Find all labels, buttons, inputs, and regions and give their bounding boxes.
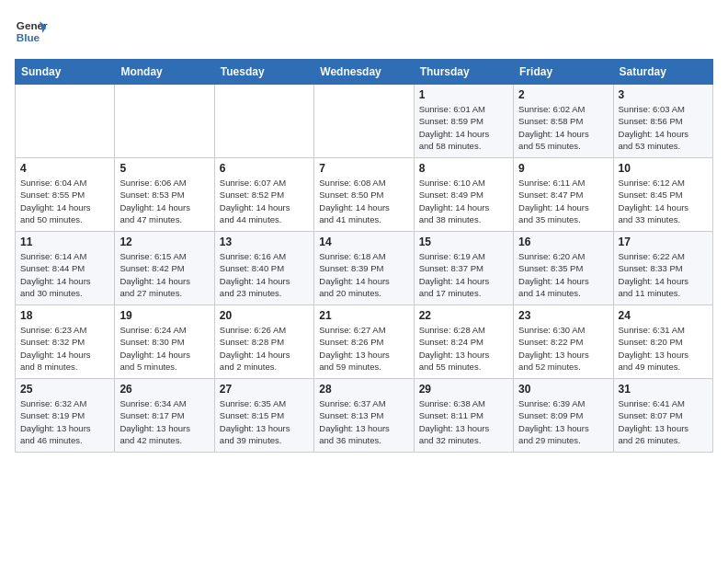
- day-number: 5: [119, 162, 209, 175]
- day-info: Sunrise: 6:20 AM Sunset: 8:35 PM Dayligh…: [518, 250, 608, 299]
- day-number: 29: [419, 383, 508, 396]
- calendar-cell: 26Sunrise: 6:34 AM Sunset: 8:17 PM Dayli…: [115, 379, 214, 453]
- day-info: Sunrise: 6:39 AM Sunset: 8:09 PM Dayligh…: [518, 397, 608, 446]
- calendar-cell: 22Sunrise: 6:28 AM Sunset: 8:24 PM Dayli…: [414, 305, 513, 379]
- day-info: Sunrise: 6:38 AM Sunset: 8:11 PM Dayligh…: [419, 397, 508, 446]
- day-number: 28: [319, 383, 408, 396]
- weekday-header-friday: Friday: [514, 60, 613, 85]
- day-info: Sunrise: 6:08 AM Sunset: 8:50 PM Dayligh…: [319, 177, 408, 225]
- calendar-cell: 1Sunrise: 6:01 AM Sunset: 8:59 PM Daylig…: [414, 85, 513, 158]
- logo-icon: General Blue: [15, 15, 48, 48]
- day-number: 20: [220, 309, 309, 322]
- day-info: Sunrise: 6:34 AM Sunset: 8:17 PM Dayligh…: [119, 397, 209, 446]
- day-number: 25: [20, 383, 109, 396]
- day-info: Sunrise: 6:15 AM Sunset: 8:42 PM Dayligh…: [119, 250, 209, 299]
- logo: General Blue: [15, 15, 48, 48]
- day-number: 14: [319, 236, 408, 248]
- day-info: Sunrise: 6:19 AM Sunset: 8:37 PM Dayligh…: [419, 250, 508, 299]
- calendar-week-5: 25Sunrise: 6:32 AM Sunset: 8:19 PM Dayli…: [16, 379, 713, 453]
- calendar-cell: 20Sunrise: 6:26 AM Sunset: 8:28 PM Dayli…: [214, 305, 313, 379]
- calendar-cell: 31Sunrise: 6:41 AM Sunset: 8:07 PM Dayli…: [613, 379, 712, 453]
- day-info: Sunrise: 6:03 AM Sunset: 8:56 PM Dayligh…: [619, 103, 708, 152]
- day-info: Sunrise: 6:18 AM Sunset: 8:39 PM Dayligh…: [319, 250, 408, 299]
- day-info: Sunrise: 6:32 AM Sunset: 8:19 PM Dayligh…: [20, 397, 109, 446]
- calendar-cell: 13Sunrise: 6:16 AM Sunset: 8:40 PM Dayli…: [214, 232, 313, 305]
- day-info: Sunrise: 6:41 AM Sunset: 8:07 PM Dayligh…: [619, 397, 708, 446]
- day-number: 9: [518, 162, 608, 175]
- day-info: Sunrise: 6:30 AM Sunset: 8:22 PM Dayligh…: [518, 324, 608, 373]
- calendar-cell: 27Sunrise: 6:35 AM Sunset: 8:15 PM Dayli…: [214, 379, 313, 453]
- calendar-table: SundayMondayTuesdayWednesdayThursdayFrid…: [15, 59, 713, 453]
- day-number: 4: [20, 162, 109, 175]
- day-info: Sunrise: 6:12 AM Sunset: 8:45 PM Dayligh…: [619, 177, 708, 225]
- weekday-header-sunday: Sunday: [16, 60, 115, 85]
- day-info: Sunrise: 6:02 AM Sunset: 8:58 PM Dayligh…: [518, 103, 608, 152]
- calendar-body: 1Sunrise: 6:01 AM Sunset: 8:59 PM Daylig…: [16, 85, 713, 453]
- page-header: General Blue: [15, 15, 713, 48]
- calendar-cell: 12Sunrise: 6:15 AM Sunset: 8:42 PM Dayli…: [115, 232, 214, 305]
- day-info: Sunrise: 6:01 AM Sunset: 8:59 PM Dayligh…: [419, 103, 508, 152]
- day-info: Sunrise: 6:16 AM Sunset: 8:40 PM Dayligh…: [220, 250, 309, 299]
- calendar-week-1: 1Sunrise: 6:01 AM Sunset: 8:59 PM Daylig…: [16, 85, 713, 158]
- calendar-cell: [314, 85, 414, 158]
- day-number: 7: [319, 162, 408, 175]
- calendar-cell: 14Sunrise: 6:18 AM Sunset: 8:39 PM Dayli…: [314, 232, 414, 305]
- weekday-header-thursday: Thursday: [414, 60, 513, 85]
- calendar-cell: 19Sunrise: 6:24 AM Sunset: 8:30 PM Dayli…: [115, 305, 214, 379]
- day-number: 27: [220, 383, 309, 396]
- svg-text:Blue: Blue: [17, 31, 40, 43]
- day-number: 26: [119, 383, 209, 396]
- calendar-cell: [214, 85, 313, 158]
- day-info: Sunrise: 6:35 AM Sunset: 8:15 PM Dayligh…: [220, 397, 309, 446]
- day-number: 17: [619, 236, 708, 248]
- day-number: 21: [319, 309, 408, 322]
- calendar-cell: 23Sunrise: 6:30 AM Sunset: 8:22 PM Dayli…: [514, 305, 613, 379]
- calendar-cell: [16, 85, 115, 158]
- calendar-header: SundayMondayTuesdayWednesdayThursdayFrid…: [16, 60, 713, 85]
- calendar-cell: 3Sunrise: 6:03 AM Sunset: 8:56 PM Daylig…: [613, 85, 712, 158]
- calendar-cell: 5Sunrise: 6:06 AM Sunset: 8:53 PM Daylig…: [115, 158, 214, 232]
- day-number: 1: [419, 88, 508, 101]
- calendar-cell: 15Sunrise: 6:19 AM Sunset: 8:37 PM Dayli…: [414, 232, 513, 305]
- calendar-cell: 16Sunrise: 6:20 AM Sunset: 8:35 PM Dayli…: [514, 232, 613, 305]
- weekday-row: SundayMondayTuesdayWednesdayThursdayFrid…: [16, 60, 713, 85]
- day-number: 12: [119, 236, 209, 248]
- day-number: 23: [518, 309, 608, 322]
- calendar-cell: 10Sunrise: 6:12 AM Sunset: 8:45 PM Dayli…: [613, 158, 712, 232]
- day-number: 15: [419, 236, 508, 248]
- calendar-cell: 18Sunrise: 6:23 AM Sunset: 8:32 PM Dayli…: [16, 305, 115, 379]
- day-number: 3: [619, 88, 708, 101]
- day-info: Sunrise: 6:31 AM Sunset: 8:20 PM Dayligh…: [619, 324, 708, 373]
- day-number: 16: [518, 236, 608, 248]
- day-info: Sunrise: 6:14 AM Sunset: 8:44 PM Dayligh…: [20, 250, 109, 299]
- weekday-header-tuesday: Tuesday: [214, 60, 313, 85]
- day-info: Sunrise: 6:22 AM Sunset: 8:33 PM Dayligh…: [619, 250, 708, 299]
- calendar-cell: 30Sunrise: 6:39 AM Sunset: 8:09 PM Dayli…: [514, 379, 613, 453]
- calendar-cell: 28Sunrise: 6:37 AM Sunset: 8:13 PM Dayli…: [314, 379, 414, 453]
- calendar-cell: 4Sunrise: 6:04 AM Sunset: 8:55 PM Daylig…: [16, 158, 115, 232]
- weekday-header-monday: Monday: [115, 60, 214, 85]
- day-number: 2: [518, 88, 608, 101]
- calendar-cell: 6Sunrise: 6:07 AM Sunset: 8:52 PM Daylig…: [214, 158, 313, 232]
- day-info: Sunrise: 6:28 AM Sunset: 8:24 PM Dayligh…: [419, 324, 508, 373]
- calendar-cell: 7Sunrise: 6:08 AM Sunset: 8:50 PM Daylig…: [314, 158, 414, 232]
- calendar-cell: 11Sunrise: 6:14 AM Sunset: 8:44 PM Dayli…: [16, 232, 115, 305]
- day-number: 11: [20, 236, 109, 248]
- calendar-week-3: 11Sunrise: 6:14 AM Sunset: 8:44 PM Dayli…: [16, 232, 713, 305]
- calendar-cell: 8Sunrise: 6:10 AM Sunset: 8:49 PM Daylig…: [414, 158, 513, 232]
- calendar-cell: 29Sunrise: 6:38 AM Sunset: 8:11 PM Dayli…: [414, 379, 513, 453]
- calendar-cell: 9Sunrise: 6:11 AM Sunset: 8:47 PM Daylig…: [514, 158, 613, 232]
- calendar-cell: 17Sunrise: 6:22 AM Sunset: 8:33 PM Dayli…: [613, 232, 712, 305]
- day-info: Sunrise: 6:07 AM Sunset: 8:52 PM Dayligh…: [220, 177, 309, 225]
- calendar-week-2: 4Sunrise: 6:04 AM Sunset: 8:55 PM Daylig…: [16, 158, 713, 232]
- day-number: 6: [220, 162, 309, 175]
- day-number: 10: [619, 162, 708, 175]
- day-info: Sunrise: 6:10 AM Sunset: 8:49 PM Dayligh…: [419, 177, 508, 225]
- weekday-header-wednesday: Wednesday: [314, 60, 414, 85]
- calendar-cell: 24Sunrise: 6:31 AM Sunset: 8:20 PM Dayli…: [613, 305, 712, 379]
- day-info: Sunrise: 6:26 AM Sunset: 8:28 PM Dayligh…: [220, 324, 309, 373]
- day-info: Sunrise: 6:11 AM Sunset: 8:47 PM Dayligh…: [518, 177, 608, 225]
- day-number: 13: [220, 236, 309, 248]
- calendar-cell: 2Sunrise: 6:02 AM Sunset: 8:58 PM Daylig…: [514, 85, 613, 158]
- day-number: 22: [419, 309, 508, 322]
